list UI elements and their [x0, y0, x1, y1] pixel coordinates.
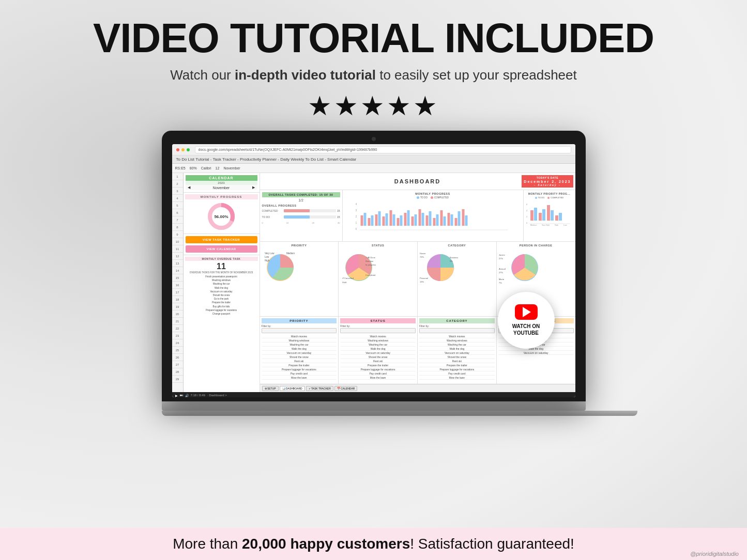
- row-num: 15: [172, 274, 183, 282]
- list-item: Buy gifts for kids: [185, 305, 258, 308]
- monthly-progress-section: MONTHLY PROGRESS 56.00%: [184, 193, 260, 234]
- dashboard-title: DASHBOARD: [340, 178, 495, 184]
- svg-text:Janine: Janine: [499, 254, 506, 256]
- svg-text:High: High: [555, 224, 558, 226]
- view-task-tracker-button[interactable]: VIEW TASK TRACKER: [186, 236, 257, 243]
- svg-text:Maria: Maria: [499, 278, 505, 281]
- overdue-subtitle: OVERDUE TASKS FOR THE MONTH OF NOVEMBER …: [185, 271, 258, 274]
- svg-text:27%: 27%: [499, 257, 503, 260]
- tab-setup[interactable]: ⚙ SETUP: [262, 386, 279, 391]
- speaker-icon[interactable]: 🔊: [185, 394, 189, 397]
- list-item: Watch movies: [340, 334, 416, 338]
- browser-url[interactable]: docs.google.com/spreadsheets/d/1TuNe(OQX…: [195, 146, 571, 153]
- row-num: 10: [172, 238, 183, 245]
- svg-rect-10: [368, 218, 370, 226]
- subtitle: Watch our in-depth video tutorial to eas…: [170, 67, 577, 83]
- row-num: 20: [172, 310, 183, 318]
- status-filter-header: STATUS: [340, 318, 416, 323]
- svg-rect-37: [465, 215, 467, 226]
- row-num: 6: [172, 209, 183, 216]
- person-pie-svg: Janine 27% Arnaud 27% Maria 7%: [499, 248, 545, 284]
- overdue-title: MONTHLY OVERDUE TASK: [185, 257, 258, 261]
- row-num: 12: [172, 253, 183, 260]
- browser-close[interactable]: [176, 148, 179, 151]
- browser-minimize[interactable]: [181, 148, 185, 151]
- page-title: VIDEO TUTORIAL INCLUDED: [93, 14, 654, 62]
- category-filter-box: CATEGORY Filter by: Watch movies Washing…: [418, 317, 497, 384]
- bottom-bar: More than 20,000 happy customers! Satisf…: [0, 528, 747, 560]
- svg-text:6: 6: [526, 203, 528, 206]
- tab-task-tracker[interactable]: ✓ TASK TRACKER: [306, 386, 333, 391]
- row-num: 23: [172, 332, 183, 339]
- play-icon[interactable]: ▶: [175, 394, 178, 397]
- laptop-body: docs.google.com/spreadsheets/d/1TuNe(OQX…: [162, 131, 586, 401]
- svg-rect-44: [534, 208, 537, 221]
- monthly-chart-title: MONTHLY PROGRESS: [345, 192, 521, 195]
- svg-rect-30: [440, 210, 443, 226]
- calendar-month: ◀ November ▶: [186, 185, 257, 190]
- svg-text:0: 0: [355, 227, 357, 230]
- tab-dashboard[interactable]: 📊 DASHBOARD: [280, 386, 305, 391]
- overdue-count: 11: [185, 262, 258, 271]
- row-num: 5: [172, 202, 183, 209]
- todo-bar-fill: [284, 215, 310, 219]
- list-item: Go to the park: [185, 297, 258, 301]
- svg-rect-25: [421, 213, 424, 226]
- list-item: Washing windows: [340, 338, 416, 343]
- svg-rect-45: [539, 213, 542, 221]
- row-num: 13: [172, 260, 183, 267]
- list-item: Pay credit card: [262, 371, 337, 376]
- view-calendar-button[interactable]: VIEW CALENDAR: [186, 245, 257, 253]
- youtube-watch-text: WATCH ONYOUTUBE: [512, 323, 540, 336]
- tab-calendar[interactable]: 📅 CALENDAR: [334, 386, 358, 391]
- category-filter-dropdown[interactable]: [419, 328, 495, 333]
- cal-next[interactable]: ▶: [252, 185, 255, 190]
- svg-text:Business: Business: [450, 256, 458, 259]
- priority-filter-box: PRIORITY Filter by: Watch movies Washing…: [260, 317, 339, 384]
- list-item: Mow the lawn: [340, 376, 416, 380]
- todo-bar-bg: [284, 215, 336, 219]
- toolbar-font-size: 12: [216, 166, 220, 170]
- laptop-camera: [372, 137, 376, 141]
- svg-text:Medium: Medium: [530, 224, 537, 226]
- spreadsheet-main: CALENDAR 2023 ◀ November ▶: [184, 173, 575, 392]
- svg-text:13%: 13%: [420, 281, 424, 283]
- youtube-button[interactable]: WATCH ONYOUTUBE: [498, 292, 555, 349]
- row-num: 27: [172, 361, 183, 368]
- chart-legend: TO DO COMPLETED: [345, 196, 521, 199]
- bottom-text: More than 20,000 happy customers! Satisf…: [173, 536, 574, 552]
- todo-label: TO DO: [262, 215, 283, 219]
- svg-rect-23: [414, 214, 417, 226]
- svg-text:72%: 72%: [420, 256, 424, 258]
- svg-text:1: 1: [355, 221, 357, 224]
- legend-completed: COMPLETED: [431, 196, 449, 199]
- list-item: Prepare luggage for vacations: [419, 367, 495, 371]
- priority-filter-dropdown[interactable]: [262, 328, 337, 333]
- today-date-value: December 2, 2023: [524, 180, 571, 183]
- svg-text:Very Low: Very Low: [265, 252, 275, 255]
- status-filter-dropdown[interactable]: [340, 328, 416, 333]
- left-panel: CALENDAR 2023 ◀ November ▶: [184, 173, 260, 392]
- browser-maximize[interactable]: [187, 148, 190, 151]
- skip-icon[interactable]: ⏭: [180, 394, 183, 397]
- status-pie-svg: ✓ All Done Overdue In progress ✗ Cancell…: [341, 248, 382, 284]
- subtitle-before: Watch our: [170, 67, 235, 83]
- list-item: Walk the dog: [262, 347, 337, 351]
- youtube-icon: [515, 304, 538, 320]
- svg-text:Completed: Completed: [365, 274, 375, 276]
- legend-todo-label: TO DO: [420, 196, 428, 199]
- row-num: 11: [172, 245, 183, 253]
- svg-rect-8: [360, 215, 363, 226]
- cal-prev[interactable]: ◀: [188, 185, 190, 190]
- list-item: Walk the dog: [185, 286, 258, 290]
- svg-text:Hold: Hold: [342, 281, 346, 284]
- donut-percentage: 56.00%: [214, 214, 228, 219]
- svg-rect-16: [389, 210, 392, 226]
- today-date-box: TODAY'S DATE December 2, 2023 - Saturday…: [522, 175, 573, 188]
- svg-text:2: 2: [355, 215, 357, 218]
- row-num: 8: [172, 224, 183, 231]
- status-pie-box: STATUS ✓ All Done Overdue: [339, 242, 418, 316]
- svg-text:Arnaud: Arnaud: [499, 268, 506, 270]
- svg-text:0: 0: [526, 222, 528, 224]
- overall-tasks-box: OVERALL TASKS COMPLETED: 15 OF 30 1/2 OV…: [260, 190, 343, 241]
